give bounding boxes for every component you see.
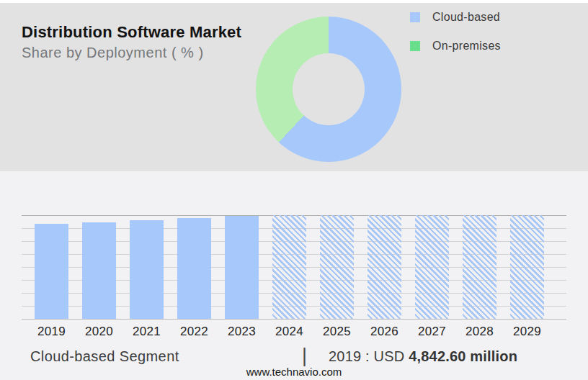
bar-2029 bbox=[510, 215, 544, 319]
legend-label: On-premises bbox=[432, 40, 501, 53]
bar-2025 bbox=[320, 215, 354, 319]
chart-panel: 2019202020212022202320242025202620272028… bbox=[0, 171, 588, 380]
x-tick-label: 2029 bbox=[504, 325, 551, 339]
donut-chart bbox=[256, 17, 401, 162]
stat-prefix: 2019 : USD bbox=[329, 348, 409, 364]
x-axis-line bbox=[22, 319, 566, 320]
legend-label: Cloud-based bbox=[432, 11, 500, 24]
x-tick-label: 2023 bbox=[218, 325, 266, 339]
footer-divider: | bbox=[302, 345, 307, 367]
segment-label: Cloud-based Segment bbox=[30, 348, 179, 365]
bar-2028 bbox=[463, 215, 496, 319]
bar-2019 bbox=[35, 224, 68, 319]
x-tick-label: 2025 bbox=[313, 325, 361, 339]
x-tick-label: 2027 bbox=[409, 325, 456, 339]
bar-2023 bbox=[225, 216, 259, 319]
bar-2027 bbox=[415, 215, 449, 319]
page-subtitle: Share by Deployment ( % ) bbox=[22, 45, 204, 61]
legend: Cloud-basedOn-premises bbox=[410, 10, 501, 68]
bar-plot: 2019202020212022202320242025202620272028… bbox=[22, 215, 566, 319]
x-tick-label: 2026 bbox=[361, 325, 409, 339]
bar-2024 bbox=[272, 215, 306, 319]
x-tick-label: 2022 bbox=[171, 325, 218, 339]
page-title: Distribution Software Market bbox=[22, 23, 241, 42]
legend-item: Cloud-based bbox=[410, 10, 501, 24]
x-tick-label: 2020 bbox=[76, 325, 123, 339]
x-tick-label: 2019 bbox=[28, 325, 76, 339]
donut-hole bbox=[293, 53, 365, 125]
x-tick-label: 2024 bbox=[266, 325, 313, 339]
bar-2021 bbox=[130, 220, 164, 319]
legend-swatch-icon bbox=[410, 41, 420, 51]
legend-swatch-icon bbox=[410, 12, 420, 22]
stat-text: 2019 : USD 4,842.60 million bbox=[329, 348, 517, 365]
x-tick-label: 2021 bbox=[123, 325, 171, 339]
header-panel: Distribution Software Market Share by De… bbox=[0, 3, 588, 171]
bar-2022 bbox=[177, 218, 211, 319]
stat-value: 4,842.60 million bbox=[409, 348, 517, 364]
legend-item: On-premises bbox=[410, 39, 501, 53]
bar-2020 bbox=[82, 222, 116, 319]
x-tick-label: 2028 bbox=[456, 325, 504, 339]
bar-2026 bbox=[368, 215, 401, 319]
website-url: www.technavio.com bbox=[0, 366, 588, 378]
